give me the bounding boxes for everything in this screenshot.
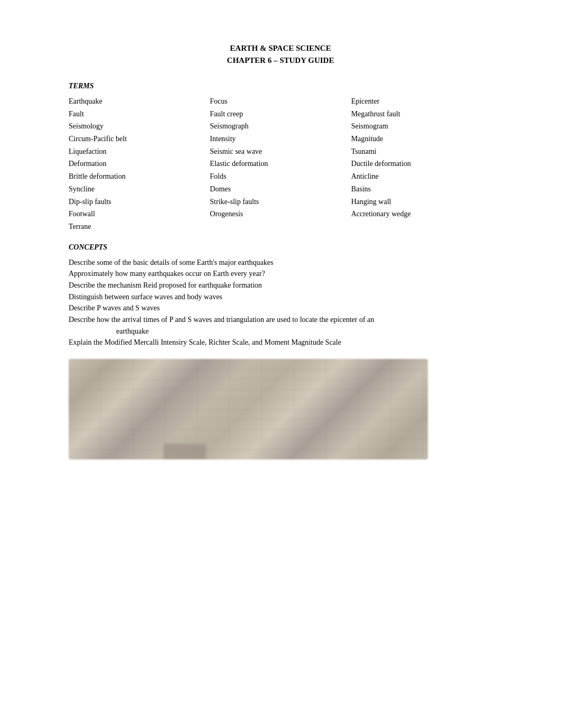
term-item: Deformation — [69, 158, 210, 170]
concept-item: Describe the mechanism Reid proposed for… — [69, 280, 492, 291]
term-item: Brittle deformation — [69, 171, 210, 182]
term-item: Folds — [210, 171, 351, 182]
term-item: Hanging wall — [351, 196, 492, 208]
term-item: Earthquake — [69, 96, 210, 107]
term-item: Accretionary wedge — [351, 208, 492, 220]
concept-item: Describe P waves and S waves — [69, 302, 492, 314]
concept-item: Describe how the arrival times of P and … — [69, 314, 492, 326]
concepts-section: Describe some of the basic details of so… — [69, 257, 492, 349]
term-item: Seismograph — [210, 121, 351, 132]
page: EARTH & SPACE SCIENCE CHAPTER 6 – STUDY … — [0, 0, 561, 728]
term-item: Focus — [210, 96, 351, 107]
term-item: Anticline — [351, 171, 492, 182]
terms-column-1: EarthquakeFaultSeismologyCircum-Pacific … — [69, 96, 210, 233]
title-line1: EARTH & SPACE SCIENCE — [69, 42, 492, 54]
term-item: Ductile deformation — [351, 158, 492, 170]
blurred-image — [69, 359, 428, 459]
term-item: Megathrust fault — [351, 108, 492, 120]
term-item: Seismology — [69, 121, 210, 132]
term-item: Seismogram — [351, 121, 492, 132]
title-section: EARTH & SPACE SCIENCE CHAPTER 6 – STUDY … — [69, 42, 492, 66]
concept-item: Distinguish between surface waves and bo… — [69, 291, 492, 303]
concept-item: earthquake — [69, 326, 492, 337]
term-item: Footwall — [69, 208, 210, 220]
term-item: Magnitude — [351, 133, 492, 145]
term-item: Intensity — [210, 133, 351, 145]
terms-column-3: EpicenterMegathrust faultSeismogramMagni… — [351, 96, 492, 233]
term-item: Domes — [210, 183, 351, 195]
concept-item: Approximately how many earthquakes occur… — [69, 268, 492, 280]
term-item: Liquefaction — [69, 146, 210, 158]
term-item: Epicenter — [351, 96, 492, 107]
title-line2: CHAPTER 6 – STUDY GUIDE — [69, 54, 492, 67]
concept-item: Explain the Modified Mercalli Intensiry … — [69, 337, 492, 348]
term-item: Circum-Pacific belt — [69, 133, 210, 145]
term-item: Syncline — [69, 183, 210, 195]
terms-grid: EarthquakeFaultSeismologyCircum-Pacific … — [69, 96, 492, 233]
term-item: Fault — [69, 108, 210, 120]
term-item: Fault creep — [210, 108, 351, 120]
concept-item: Describe some of the basic details of so… — [69, 257, 492, 269]
term-item: Elastic deformation — [210, 158, 351, 170]
terms-header: TERMS — [69, 82, 492, 90]
term-item: Dip-slip faults — [69, 196, 210, 208]
term-item: Orogenesis — [210, 208, 351, 220]
concepts-header: CONCEPTS — [69, 243, 492, 252]
terms-column-2: FocusFault creepSeismographIntensitySeis… — [210, 96, 351, 233]
term-item: Strike-slip faults — [210, 196, 351, 208]
term-item: Basins — [351, 183, 492, 195]
term-item: Seismic sea wave — [210, 146, 351, 158]
term-item: Tsunami — [351, 146, 492, 158]
term-item: Terrane — [69, 221, 210, 233]
